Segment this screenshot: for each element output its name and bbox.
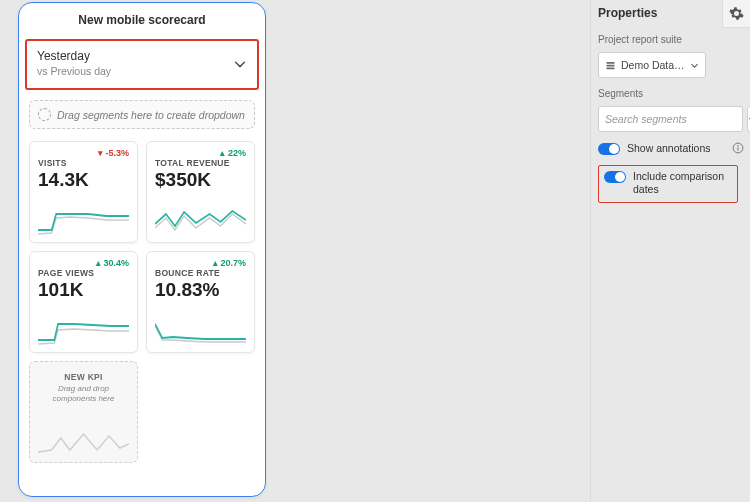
kpi-label: VISITS	[38, 158, 129, 168]
segment-dropzone-icon	[38, 108, 51, 121]
scorecard-preview: New mobile scorecard Yesterday vs Previo…	[18, 2, 266, 497]
date-secondary: vs Previous day	[37, 65, 111, 79]
kpi-grid: ▾ -5.3% VISITS 14.3K ▴ 22% TOTAL REVENUE…	[19, 133, 265, 496]
database-icon	[605, 60, 616, 71]
comparison-dates-highlight: Include comparison dates	[598, 165, 738, 203]
segments-label: Segments	[598, 88, 738, 99]
svg-point-4	[737, 145, 739, 147]
kpi-label: PAGE VIEWS	[38, 268, 129, 278]
svg-rect-1	[606, 64, 614, 66]
date-range-selector[interactable]: Yesterday vs Previous day	[25, 39, 259, 90]
panel-divider	[590, 0, 591, 502]
toggle-comparison-dates[interactable]: Include comparison dates	[604, 170, 732, 196]
kpi-delta: ▴ 20.7%	[213, 258, 246, 268]
kpi-tile-placeholder[interactable]: NEW KPI Drag and drop components here	[29, 361, 138, 463]
sparkline	[38, 301, 129, 348]
kpi-delta: ▴ 30.4%	[96, 258, 129, 268]
chevron-down-icon	[233, 57, 247, 71]
switch-on-icon	[598, 143, 620, 155]
kpi-tile-pageviews[interactable]: ▴ 30.4% PAGE VIEWS 101K	[29, 251, 138, 353]
placeholder-sub: Drag and drop components here	[38, 384, 129, 403]
sparkline	[155, 301, 246, 348]
properties-title: Properties	[598, 6, 738, 20]
toggle-label: Include comparison dates	[633, 170, 732, 196]
info-icon[interactable]	[732, 142, 744, 154]
segments-search-input[interactable]	[598, 106, 743, 132]
suite-value: Demo Data Adob…	[621, 59, 685, 71]
suite-label: Project report suite	[598, 34, 738, 45]
svg-rect-0	[606, 62, 614, 64]
toggle-annotations[interactable]: Show annotations	[598, 142, 738, 155]
segment-dropzone[interactable]: Drag segments here to create dropdown	[29, 100, 255, 129]
gear-icon	[729, 6, 744, 21]
placeholder-label: NEW KPI	[64, 372, 102, 382]
scorecard-title: New mobile scorecard	[19, 3, 265, 39]
kpi-delta: ▴ 22%	[220, 148, 246, 158]
kpi-delta: ▾ -5.3%	[98, 148, 129, 158]
switch-on-icon	[604, 171, 626, 183]
settings-button[interactable]	[722, 0, 750, 28]
svg-rect-5	[737, 147, 738, 150]
kpi-value: $350K	[155, 169, 246, 191]
svg-rect-2	[606, 67, 614, 69]
kpi-value: 14.3K	[38, 169, 129, 191]
kpi-label: BOUNCE RATE	[155, 268, 246, 278]
kpi-value: 101K	[38, 279, 129, 301]
toggle-label: Show annotations	[627, 142, 738, 155]
segment-dropzone-label: Drag segments here to create dropdown	[57, 109, 245, 121]
kpi-tile-bouncerate[interactable]: ▴ 20.7% BOUNCE RATE 10.83%	[146, 251, 255, 353]
sparkline	[38, 403, 129, 458]
kpi-tile-revenue[interactable]: ▴ 22% TOTAL REVENUE $350K	[146, 141, 255, 243]
sparkline	[38, 191, 129, 238]
kpi-tile-visits[interactable]: ▾ -5.3% VISITS 14.3K	[29, 141, 138, 243]
kpi-label: TOTAL REVENUE	[155, 158, 246, 168]
properties-panel: Properties Project report suite Demo Dat…	[598, 6, 738, 203]
sparkline	[155, 191, 246, 238]
chevron-down-icon	[690, 61, 699, 70]
kpi-value: 10.83%	[155, 279, 246, 301]
date-primary: Yesterday	[37, 49, 111, 65]
report-suite-select[interactable]: Demo Data Adob…	[598, 52, 706, 78]
